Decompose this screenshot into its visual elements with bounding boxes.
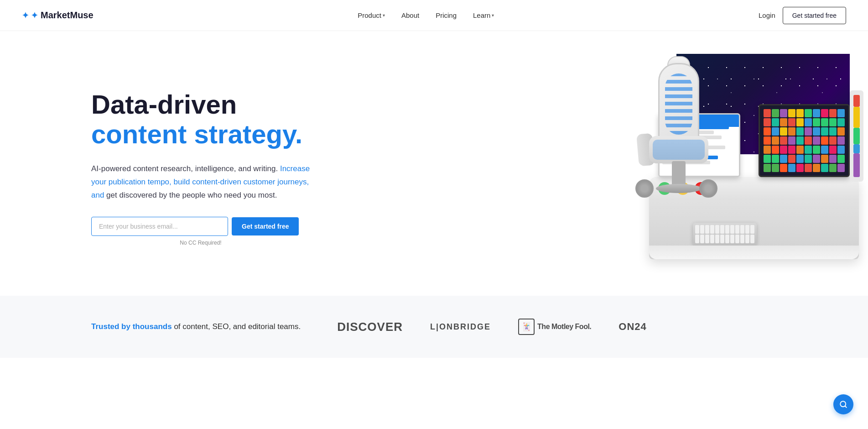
nav-get-started-button[interactable]: Get started free (783, 7, 846, 24)
logos-container: DISCOVER L|ONBRIDGE 🃏 The Motley Fool. O… (337, 319, 647, 335)
key (705, 225, 709, 234)
key (735, 225, 739, 234)
heatmap-cell (837, 136, 845, 145)
panel-bar (853, 128, 860, 144)
heatmap-cell (821, 109, 828, 117)
wheel-left (635, 179, 654, 198)
hero-content: Data-driven content strategy. AI-powered… (91, 90, 310, 246)
heatmap-cell (764, 109, 771, 117)
wheel-right (699, 179, 717, 198)
heatmap-cell (813, 155, 820, 163)
heatmap-cell (837, 109, 845, 117)
heatmap-cell (813, 127, 820, 136)
heatmap-cell (805, 164, 812, 172)
heatmap-cell (796, 127, 804, 136)
logo-motley-fool: 🃏 The Motley Fool. (518, 319, 591, 335)
trusted-highlight: Trusted by thousands (91, 322, 172, 331)
heatmap-cell (821, 136, 828, 145)
trusted-rest: of content, SEO, and editorial teams. (174, 322, 301, 331)
heatmap-cell (837, 164, 845, 172)
heatmap-cell (788, 136, 795, 145)
heatmap-cell (821, 118, 828, 126)
heatmap-cell (780, 164, 787, 172)
heatmap-cell (829, 146, 837, 154)
heatmap-cell (788, 109, 795, 117)
heatmap-cell (813, 118, 820, 126)
login-link[interactable]: Login (759, 11, 775, 19)
heatmap-cell (764, 164, 771, 172)
hero-cta-button[interactable]: Get started free (232, 217, 299, 235)
heatmap-cell (829, 109, 837, 117)
heatmap-cell (788, 155, 795, 163)
email-input[interactable] (91, 217, 228, 236)
heatmap-cell (780, 109, 787, 117)
hero-title-dark: Data-driven (91, 90, 310, 119)
heatmap-cell (813, 164, 820, 172)
key (720, 235, 724, 243)
panel-bar (853, 153, 860, 177)
chair-back (658, 63, 699, 145)
key (745, 235, 749, 243)
hero-description: AI-powered content research, intelligenc… (91, 162, 310, 202)
key (705, 235, 709, 243)
heatmap-cell (829, 136, 837, 145)
key (710, 235, 714, 243)
nav-item-pricing[interactable]: Pricing (429, 8, 463, 23)
logo-text: MarketMuse (41, 10, 94, 21)
hero-description-plain: AI-powered content research, intelligenc… (91, 164, 278, 173)
heatmap-cell (780, 118, 787, 126)
heatmap-cell (796, 155, 804, 163)
heatmap-cell (772, 155, 779, 163)
logo-icon: ✦ ✦ (22, 10, 38, 21)
heatmap-cell (788, 118, 795, 126)
hero-description-end: get discovered by the people who need yo… (106, 191, 277, 199)
robot-chair (635, 63, 727, 191)
key (695, 235, 699, 243)
chevron-down-icon: ▾ (383, 13, 385, 18)
logo-discover: DISCOVER (337, 320, 403, 334)
heatmap-cell (764, 118, 771, 126)
key (740, 225, 744, 234)
heatmap-cell (780, 136, 787, 145)
hero-title-blue: content strategy. (91, 119, 310, 150)
chair-seat (649, 136, 708, 163)
chair-stripe (665, 73, 692, 135)
key (710, 225, 714, 234)
heatmap-cell (805, 127, 812, 136)
heatmap-cell (805, 109, 812, 117)
nav-right: Login Get started free (759, 7, 846, 24)
panel-bar (853, 95, 860, 107)
trusted-section: Trusted by thousands of content, SEO, an… (0, 296, 868, 358)
heatmap (760, 105, 848, 176)
seat-stripe (653, 140, 705, 160)
heatmap-cell (788, 127, 795, 136)
key (715, 235, 719, 243)
heatmap-cell (829, 155, 837, 163)
key (725, 225, 729, 234)
key (730, 235, 734, 243)
key (745, 225, 749, 234)
nav-item-product[interactable]: Product ▾ (351, 8, 391, 23)
hero-section: Data-driven content strategy. AI-powered… (0, 31, 868, 296)
key (740, 235, 744, 243)
heatmap-cell (796, 109, 804, 117)
heatmap-cell (780, 127, 787, 136)
heatmap-cell (764, 136, 771, 145)
panel-bar (853, 107, 860, 128)
key (730, 225, 734, 234)
heatmap-cell (813, 146, 820, 154)
heatmap-cell (780, 146, 787, 154)
heatmap-cell (837, 118, 845, 126)
hero-illustration (613, 54, 868, 273)
no-cc-text: No CC Required! (91, 240, 310, 246)
nav-item-about[interactable]: About (395, 8, 426, 23)
heatmap-cell (796, 164, 804, 172)
heatmap-cell (772, 118, 779, 126)
heatmap-cell (821, 146, 828, 154)
nav-item-learn[interactable]: Learn ▾ (467, 8, 500, 23)
heatmap-cell (821, 155, 828, 163)
hero-form: Get started free (91, 217, 310, 236)
chair-base (656, 184, 702, 193)
desk-surface (649, 246, 859, 259)
logo[interactable]: ✦ ✦ MarketMuse (22, 10, 94, 21)
